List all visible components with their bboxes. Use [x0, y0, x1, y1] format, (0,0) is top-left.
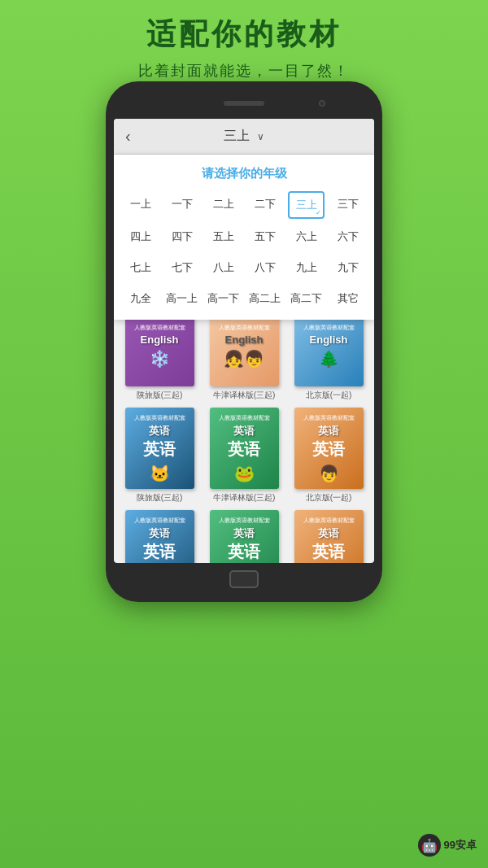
grade-cell-1[interactable]: 一下 — [163, 191, 200, 219]
textbook-name-4: 牛津译林版(三起) — [213, 492, 276, 504]
textbook-cover-8: 人教版英语教材配套英语英语👧 — [294, 510, 364, 563]
grade-prompt: 请选择你的年级 — [122, 166, 366, 181]
grade-cell-17[interactable]: 九下 — [329, 255, 366, 281]
home-button[interactable] — [229, 570, 259, 588]
grade-cell-3[interactable]: 二下 — [246, 191, 283, 219]
textbook-name-3: 陕旅版(三起) — [137, 492, 183, 504]
grade-cell-2[interactable]: 二上 — [205, 191, 242, 219]
textbook-cover-7: 人教版英语教材配套英语英语🐸 — [210, 510, 279, 563]
grade-cell-8[interactable]: 五上 — [205, 224, 242, 250]
screen-header: ‹ 三上 ∨ — [114, 119, 374, 155]
grade-cell-0[interactable]: 一上 — [122, 191, 159, 219]
phone-screen: ‹ 三上 ∨ 请选择你的年级 一上一下二上二下三上三下四上四下五上五下六上六下七… — [114, 119, 374, 563]
phone-frame: ‹ 三上 ∨ 请选择你的年级 一上一下二上二下三上三下四上四下五上五下六上六下七… — [106, 81, 382, 602]
textbook-cover-6: 人教版英语教材配套英语英语🐶 — [125, 510, 194, 563]
grade-cell-23[interactable]: 其它 — [329, 286, 366, 312]
watermark: 🤖 99安卓 — [418, 834, 477, 857]
grade-cell-7[interactable]: 四下 — [163, 224, 200, 250]
phone-camera — [319, 100, 325, 107]
textbook-name-1: 牛津译林版(三起) — [213, 390, 276, 401]
grade-cell-4[interactable]: 三上 — [288, 191, 325, 219]
phone-top-bar — [114, 91, 374, 116]
grade-cell-16[interactable]: 九上 — [288, 255, 325, 281]
screen-title: 三上 ∨ — [224, 128, 264, 145]
textbook-name-0: 陕旅版(三起) — [137, 390, 183, 401]
grade-cell-5[interactable]: 三下 — [329, 191, 366, 219]
phone-bottom-bar — [114, 566, 374, 592]
main-title: 适配你的教材 — [0, 15, 488, 55]
grade-cell-13[interactable]: 七下 — [163, 255, 200, 281]
textbook-item-4[interactable]: 人教版英语教材配套英语英语🐸牛津译林版(三起) — [205, 408, 283, 504]
textbook-name-5: 北京版(一起) — [306, 492, 352, 504]
grade-cell-22[interactable]: 高二下 — [288, 286, 325, 312]
top-text-area: 适配你的教材 比着封面就能选，一目了然！ — [0, 15, 488, 81]
grade-cell-9[interactable]: 五下 — [246, 224, 283, 250]
textbook-item-5[interactable]: 人教版英语教材配套英语英语👦北京版(一起) — [290, 408, 368, 504]
grade-cell-20[interactable]: 高一下 — [205, 286, 242, 312]
sub-title: 比着封面就能选，一目了然！ — [0, 61, 488, 81]
screen-title-arrow: ∨ — [257, 131, 264, 142]
phone-speaker — [224, 101, 264, 106]
screen-title-text: 三上 — [224, 129, 250, 142]
grade-cell-10[interactable]: 六上 — [288, 224, 325, 250]
textbook-item-7[interactable]: 人教版英语教材配套英语英语🐸牛津译林版(三起) — [205, 510, 283, 563]
grade-grid: 一上一下二上二下三上三下四上四下五上五下六上六下七上七下八上八下九上九下九全高一… — [122, 191, 366, 312]
textbook-name-2: 北京版(一起) — [306, 390, 352, 401]
grade-cell-19[interactable]: 高一上 — [163, 286, 200, 312]
textbook-cover-4: 人教版英语教材配套英语英语🐸 — [210, 408, 279, 489]
textbook-area: 人教版英语教材配套English❄️陕旅版(三起)人教版英语教材配套Englis… — [114, 297, 374, 563]
grade-cell-6[interactable]: 四上 — [122, 224, 159, 250]
back-button[interactable]: ‹ — [125, 127, 131, 146]
textbook-item-8[interactable]: 人教版英语教材配套英语英语👧北京版(一起) — [290, 510, 368, 563]
textbook-grid: 人教版英语教材配套English❄️陕旅版(三起)人教版英语教材配套Englis… — [120, 305, 368, 563]
textbook-item-6[interactable]: 人教版英语教材配套英语英语🐶陕旅版(三起) — [120, 510, 198, 563]
grade-cell-15[interactable]: 八下 — [246, 255, 283, 281]
grade-cell-11[interactable]: 六下 — [329, 224, 366, 250]
grade-cell-12[interactable]: 七上 — [122, 255, 159, 281]
textbook-cover-3: 人教版英语教材配套英语英语🐱 — [125, 408, 194, 489]
grade-cell-21[interactable]: 高二上 — [246, 286, 283, 312]
grade-cell-14[interactable]: 八上 — [205, 255, 242, 281]
watermark-text: 99安卓 — [444, 838, 477, 853]
grade-cell-18[interactable]: 九全 — [122, 286, 159, 312]
textbook-cover-5: 人教版英语教材配套英语英语👦 — [294, 408, 364, 489]
textbook-item-3[interactable]: 人教版英语教材配套英语英语🐱陕旅版(三起) — [120, 408, 198, 504]
grade-overlay: 请选择你的年级 一上一下二上二下三上三下四上四下五上五下六上六下七上七下八上八下… — [114, 155, 374, 320]
watermark-icon: 🤖 — [418, 834, 441, 857]
